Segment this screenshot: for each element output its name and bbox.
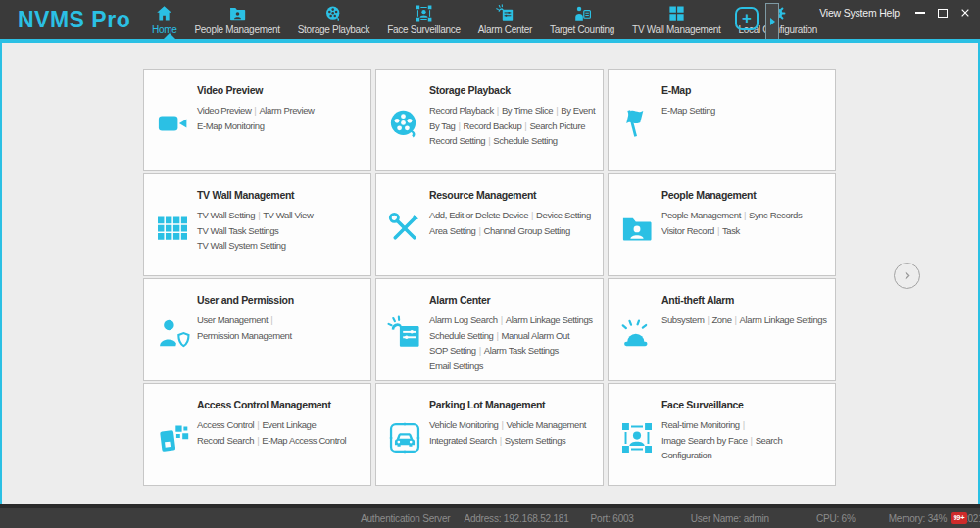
module-card-parking-lot-management: Parking Lot ManagementVehicle Monitoring… <box>375 383 604 486</box>
view-system-help-link[interactable]: View System Help <box>819 7 900 19</box>
module-link-sop-setting[interactable]: SOP Setting <box>429 345 476 356</box>
module-link-schedule-setting[interactable]: Schedule Setting <box>429 330 493 341</box>
module-link-by-time-slice[interactable]: By Time Slice <box>502 105 553 116</box>
module-link-people-management[interactable]: People Management <box>662 210 741 220</box>
module-link-record-backup[interactable]: Record Backup <box>464 120 522 131</box>
module-link-line: By Tag|Record Backup|Search Picture <box>429 119 603 134</box>
module-link-task[interactable]: Task <box>722 225 740 236</box>
module-link-vehicle-management[interactable]: Vehicle Management <box>507 419 587 430</box>
module-link-vehicle-monitoring[interactable]: Vehicle Monitoring <box>429 419 498 430</box>
link-separator: | <box>744 210 746 220</box>
face-surveillance-icon <box>415 4 433 23</box>
module-link-sync-records[interactable]: Sync Records <box>749 210 802 220</box>
module-link-alarm-linkage-settings[interactable]: Alarm Linkage Settings <box>740 314 827 325</box>
main-nav: HomePeople ManagementStorage PlaybackFac… <box>143 0 826 39</box>
user-shield-icon <box>155 315 190 351</box>
link-separator: | <box>257 419 259 430</box>
nav-item-alarm-center[interactable]: Alarm Center <box>469 0 541 39</box>
add-tab-button[interactable]: + <box>735 7 759 30</box>
nav-item-target-counting[interactable]: Target Counting <box>541 0 623 39</box>
module-link-schedule-setting[interactable]: Schedule Setting <box>493 135 557 146</box>
module-link-line: Vehicle Monitoring|Vehicle Management <box>429 417 603 433</box>
alarm-center-icon <box>496 4 514 23</box>
link-separator: | <box>751 435 753 446</box>
storage-playback-icon <box>324 4 343 23</box>
link-separator: | <box>257 435 259 446</box>
link-separator: | <box>501 314 503 325</box>
maximize-icon[interactable] <box>938 9 948 18</box>
module-link-tv-wall-view[interactable]: TV Wall View <box>263 210 313 220</box>
module-link-subsystem[interactable]: Subsystem <box>662 314 704 325</box>
module-link-configuration[interactable]: Configuration <box>662 450 711 460</box>
alarm-count-badge[interactable]: 99+ <box>951 512 967 524</box>
module-link-line: Schedule Setting|Manual Alarm Out <box>429 328 603 344</box>
module-link-line: E-Map Setting <box>662 103 835 119</box>
module-link-zone[interactable]: Zone <box>711 314 731 325</box>
module-card-alarm-center: Alarm CenterAlarm Log Search|Alarm Linka… <box>375 278 604 381</box>
nav-overflow-panel[interactable] <box>765 3 779 40</box>
home-icon <box>155 4 173 23</box>
people-management-icon <box>619 211 655 246</box>
module-link-line: TV Wall Task Settings <box>197 223 370 239</box>
module-link-image-search-by-face[interactable]: Image Search by Face <box>662 435 748 446</box>
module-link-user-management[interactable]: User Management <box>197 314 268 325</box>
nav-item-tv-wall-management[interactable]: TV Wall Management <box>623 0 729 39</box>
status-user-name: User Name: admin <box>691 513 769 524</box>
link-separator: | <box>254 105 256 116</box>
module-link-event-linkage[interactable]: Event Linkage <box>262 419 316 430</box>
module-link-e-map-access-control[interactable]: E-Map Access Control <box>262 435 346 446</box>
module-link-line: Real-time Monitoring| <box>662 417 835 433</box>
module-link-device-setting[interactable]: Device Setting <box>536 210 591 220</box>
module-link-add-edit-or-delete-device[interactable]: Add, Edit or Delete Device <box>429 210 528 220</box>
parking-car-icon <box>387 420 422 456</box>
active-tab-pointer <box>164 33 175 39</box>
module-link-email-settings[interactable]: Email Settings <box>429 360 483 371</box>
module-link-by-tag[interactable]: By Tag <box>429 120 455 131</box>
module-link-manual-alarm-out[interactable]: Manual Alarm Out <box>502 330 570 341</box>
tv-wall-grid-icon <box>155 211 190 246</box>
module-link-line: Integrated Search|System Settings <box>429 433 603 449</box>
module-link-alarm-log-search[interactable]: Alarm Log Search <box>429 314 498 325</box>
module-link-alarm-preview[interactable]: Alarm Preview <box>259 105 314 116</box>
nav-item-storage-playback[interactable]: Storage Playback <box>289 0 379 39</box>
module-link-line: Add, Edit or Delete Device|Device Settin… <box>429 208 603 223</box>
module-card-tv-wall-management: TV Wall ManagementTV Wall Setting|TV Wal… <box>143 173 371 276</box>
module-link-record-setting[interactable]: Record Setting <box>429 135 485 146</box>
module-link-e-map-monitoring[interactable]: E-Map Monitoring <box>197 120 265 131</box>
nav-item-face-surveillance[interactable]: Face Surveillance <box>378 0 468 39</box>
link-separator: | <box>735 314 737 325</box>
module-link-line: Email Settings <box>429 359 603 374</box>
link-separator: | <box>743 419 745 430</box>
module-link-visitor-record[interactable]: Visitor Record <box>662 225 714 236</box>
module-link-system-settings[interactable]: System Settings <box>505 435 566 446</box>
nav-item-people-management[interactable]: People Management <box>185 0 288 39</box>
next-page-button[interactable] <box>894 263 920 289</box>
module-link-access-control[interactable]: Access Control <box>197 419 254 430</box>
module-card-resource-management: Resource ManagementAdd, Edit or Delete D… <box>375 173 604 276</box>
module-link-alarm-linkage-settings[interactable]: Alarm Linkage Settings <box>506 314 593 325</box>
link-separator: | <box>500 435 502 446</box>
link-separator: | <box>556 105 558 116</box>
module-link-search[interactable]: Search <box>756 435 783 446</box>
module-link-tv-wall-setting[interactable]: TV Wall Setting <box>197 210 255 220</box>
module-link-area-setting[interactable]: Area Setting <box>429 225 475 236</box>
close-icon[interactable] <box>960 8 970 18</box>
module-link-record-playback[interactable]: Record Playback <box>429 105 494 116</box>
module-link-e-map-setting[interactable]: E-Map Setting <box>662 105 715 116</box>
module-link-permission-management[interactable]: Permission Management <box>197 330 292 341</box>
link-separator: | <box>488 135 490 146</box>
link-separator: | <box>478 225 480 236</box>
module-link-video-preview[interactable]: Video Preview <box>197 105 251 116</box>
module-link-real-time-monitoring[interactable]: Real-time Monitoring <box>662 419 740 430</box>
link-separator: | <box>496 330 498 341</box>
module-link-alarm-task-settings[interactable]: Alarm Task Settings <box>484 345 559 356</box>
module-card-title: User and Permission <box>197 294 365 306</box>
module-link-channel-group-setting[interactable]: Channel Group Setting <box>484 225 570 236</box>
minimize-icon[interactable] <box>915 12 925 14</box>
module-link-search-picture[interactable]: Search Picture <box>529 120 585 131</box>
module-link-record-search[interactable]: Record Search <box>197 435 254 446</box>
module-link-tv-wall-task-settings[interactable]: TV Wall Task Settings <box>197 225 278 236</box>
module-link-by-event[interactable]: By Event <box>561 105 595 116</box>
module-link-integrated-search[interactable]: Integrated Search <box>429 435 497 446</box>
module-link-tv-wall-system-setting[interactable]: TV Wall System Setting <box>197 240 286 251</box>
